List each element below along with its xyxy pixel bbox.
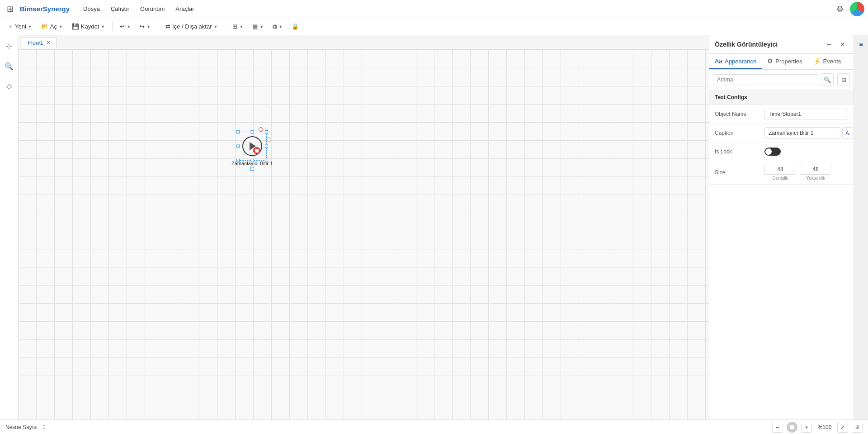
- sidebar-cursor-icon[interactable]: ⊹: [2, 39, 16, 53]
- height-input[interactable]: [800, 164, 831, 175]
- menu-dosya[interactable]: Dosya: [79, 4, 104, 14]
- node-box[interactable]: [240, 134, 265, 159]
- node-container[interactable]: Zamanlayıcı Bitir 1: [231, 134, 273, 171]
- height-group: Yükseklik: [800, 164, 831, 181]
- is-lock-label: Is Lock: [715, 148, 764, 155]
- new-dropdown-arrow: ▼: [28, 24, 32, 29]
- toolbar: ＋ Yeni ▼ 📂 Aç ▼ 💾 Kaydet ▼ ↩ ▼ ↪ ▼ ⇄ İçe…: [0, 18, 868, 35]
- size-label: Size: [715, 169, 764, 176]
- zoom-reset-button[interactable]: [787, 422, 797, 433]
- tab-properties[interactable]: ⚙ Properties: [762, 54, 807, 69]
- caption-input[interactable]: [764, 127, 840, 139]
- fit-screen-button[interactable]: ⊞: [852, 422, 863, 433]
- is-lock-toggle[interactable]: [764, 148, 781, 156]
- toggle-knob: [765, 148, 772, 155]
- grid-button[interactable]: ⊞ ▼: [229, 21, 247, 32]
- app-logo: BimserSynergy: [20, 5, 70, 13]
- handle-bm[interactable]: [250, 159, 254, 162]
- tab-flow1[interactable]: Flow1 ✕: [22, 37, 57, 48]
- app-grid-icon[interactable]: ⊞: [4, 3, 16, 15]
- handle-tr[interactable]: [265, 130, 268, 134]
- import-export-button[interactable]: ⇄ İçe / Dışa aktar ▼: [162, 21, 221, 32]
- tab-events[interactable]: ⚡ Events: [808, 54, 847, 69]
- menu-gorunum[interactable]: Görünüm: [136, 4, 169, 14]
- tab-appearance[interactable]: Aa Appearance: [709, 54, 762, 69]
- caption-format-button[interactable]: Aᵢ: [842, 127, 853, 139]
- import-export-icon: ⇄: [165, 23, 170, 30]
- height-label: Yükseklik: [806, 176, 825, 181]
- connector-right[interactable]: [267, 137, 271, 142]
- save-button[interactable]: 💾 Kaydet ▼: [68, 21, 108, 32]
- panel-tabs: Aa Appearance ⚙ Properties ⚡ Events: [709, 54, 854, 70]
- layers-button[interactable]: ▤ ▼: [249, 21, 267, 32]
- zoom-in-button[interactable]: ＋: [801, 422, 812, 433]
- prop-row-object-name: Object Name:: [709, 105, 854, 124]
- handle-mr[interactable]: [265, 145, 268, 148]
- sidebar-search-icon[interactable]: 🔍: [2, 59, 16, 73]
- menu-calistir[interactable]: Çalıştır: [106, 4, 134, 14]
- tab-close-icon[interactable]: ✕: [46, 39, 51, 46]
- tab-bar: Flow1 ✕: [18, 35, 709, 50]
- main-area: ⊹ 🔍 ◇ Flow1 ✕: [0, 35, 868, 420]
- prop-row-is-lock: Is Lock: [709, 143, 854, 160]
- sidebar-bookmark-icon[interactable]: ◇: [2, 79, 16, 93]
- properties-icon: ⚙: [767, 57, 773, 65]
- close-panel-icon[interactable]: ✕: [837, 39, 848, 50]
- appearance-icon: Aa: [715, 57, 722, 65]
- object-count-label: Nesne Sayısı :: [5, 424, 41, 430]
- search-input[interactable]: [713, 74, 819, 85]
- layers-icon: ▤: [252, 23, 258, 30]
- open-button[interactable]: 📂 Aç ▼: [38, 21, 66, 32]
- pin-icon[interactable]: ⊢: [824, 39, 835, 50]
- avatar[interactable]: [850, 2, 864, 16]
- new-button[interactable]: ＋ Yeni ▼: [4, 21, 36, 33]
- handle-tl[interactable]: [236, 130, 240, 134]
- prop-row-size: Size Genişlik Yükseklik: [709, 160, 854, 185]
- object-name-input[interactable]: [764, 109, 848, 119]
- canvas-area: Flow1 ✕: [18, 35, 709, 420]
- canvas[interactable]: Zamanlayıcı Bitir 1: [18, 50, 709, 420]
- panel-save-button[interactable]: ⊟: [837, 73, 850, 86]
- events-icon: ⚡: [813, 57, 821, 65]
- zoom-fit-button[interactable]: ⤢: [837, 422, 848, 433]
- object-name-label: Object Name:: [715, 111, 764, 117]
- section-collapse-icon[interactable]: —: [842, 94, 848, 101]
- zoom-value: %100: [816, 424, 834, 430]
- redo-button[interactable]: ↪ ▼: [136, 21, 154, 32]
- folder-icon: 📂: [41, 23, 48, 30]
- copy-button[interactable]: ⧉ ▼: [269, 21, 286, 32]
- right-panel: Özellik Görüntüleyici ⊢ ✕ Aa Appearance …: [709, 35, 854, 420]
- zoom-control: − ＋ %100 ⤢ ⊞: [772, 422, 863, 433]
- handle-bottom[interactable]: [250, 167, 254, 171]
- settings-icon[interactable]: ⚙: [834, 3, 846, 15]
- status-bar: Nesne Sayısı : 1 − ＋ %100 ⤢ ⊞: [0, 420, 868, 434]
- copy-icon: ⧉: [273, 23, 277, 30]
- edge-panel-icon[interactable]: ≡: [856, 39, 867, 50]
- handle-bl[interactable]: [236, 159, 240, 162]
- zoom-out-button[interactable]: −: [772, 422, 783, 433]
- plus-icon: ＋: [7, 23, 13, 31]
- right-edge-panel: ≡: [854, 35, 868, 420]
- stop-rect: [255, 149, 259, 153]
- search-button[interactable]: 🔍: [821, 73, 834, 86]
- panel-title: Özellik Görüntüleyici: [715, 41, 778, 48]
- grid-dropdown-arrow: ▼: [239, 24, 243, 29]
- connector-top[interactable]: [259, 127, 263, 132]
- section-header-text-configs: Text Configs —: [709, 90, 854, 105]
- handle-ml[interactable]: [236, 145, 240, 148]
- undo-button[interactable]: ↩ ▼: [116, 21, 134, 32]
- width-input[interactable]: [764, 164, 796, 175]
- top-bar-right: ⚙: [834, 2, 864, 16]
- top-bar: ⊞ BimserSynergy Dosya Çalıştır Görünüm A…: [0, 0, 868, 18]
- toolbar-divider-1: [112, 22, 113, 31]
- caption-input-group: Aᵢ: [764, 127, 853, 139]
- handle-tm[interactable]: [250, 130, 254, 134]
- undo-icon: ↩: [120, 23, 125, 30]
- lock-button[interactable]: 🔒: [288, 21, 302, 32]
- handle-br[interactable]: [265, 159, 268, 162]
- grid-icon: ⊞: [232, 23, 237, 30]
- menu-bar: Dosya Çalıştır Görünüm Araçlar: [79, 4, 198, 14]
- object-count-value: 1: [42, 424, 46, 430]
- layers-dropdown-arrow: ▼: [259, 24, 264, 29]
- menu-araclar[interactable]: Araçlar: [171, 4, 198, 14]
